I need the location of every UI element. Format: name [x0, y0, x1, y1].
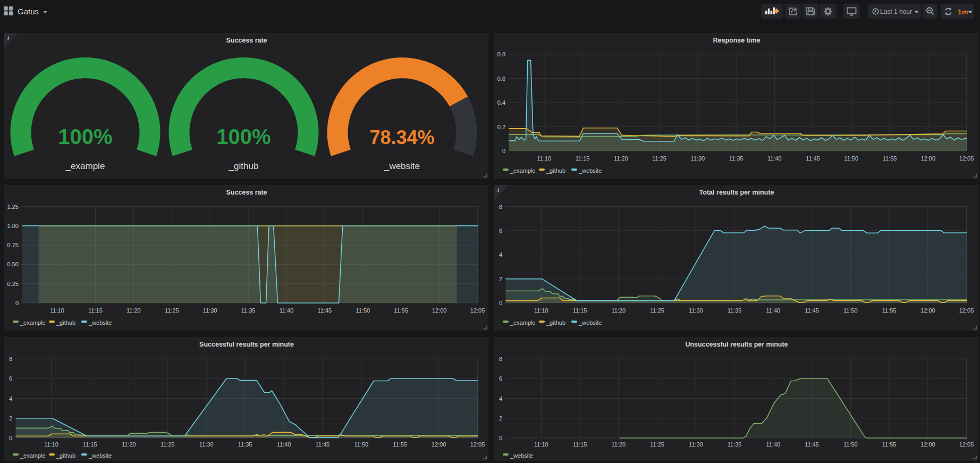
svg-text:4: 4	[9, 395, 12, 402]
svg-text:100%: 100%	[58, 125, 112, 148]
svg-text:_website: _website	[578, 319, 602, 326]
svg-text:11:25: 11:25	[650, 441, 664, 448]
svg-text:_website: _website	[510, 452, 533, 459]
svg-text:4: 4	[499, 395, 502, 402]
svg-text:_example: _example	[510, 167, 536, 174]
svg-text:12:05: 12:05	[959, 441, 974, 448]
svg-text:11:25: 11:25	[160, 441, 175, 448]
svg-text:11:40: 11:40	[277, 441, 291, 448]
svg-text:12:05: 12:05	[470, 307, 485, 314]
svg-text:11:20: 11:20	[612, 307, 626, 314]
svg-text:11:20: 11:20	[612, 441, 626, 448]
svg-text:0.25: 0.25	[7, 281, 19, 287]
svg-text:Success rate: Success rate	[226, 37, 267, 44]
svg-text:0.6: 0.6	[497, 75, 505, 82]
svg-text:6: 6	[499, 228, 502, 234]
svg-text:_website: _website	[88, 319, 112, 326]
svg-text:Total results per minute: Total results per minute	[699, 189, 774, 196]
svg-text:11:45: 11:45	[806, 155, 820, 162]
svg-text:Success rate: Success rate	[226, 189, 267, 196]
svg-text:11:40: 11:40	[280, 307, 294, 314]
svg-text:_github: _github	[229, 161, 259, 171]
svg-text:11:50: 11:50	[843, 441, 858, 448]
svg-text:11:55: 11:55	[883, 155, 897, 162]
svg-text:11:40: 11:40	[766, 441, 780, 448]
svg-text:11:40: 11:40	[766, 307, 780, 314]
svg-text:6: 6	[499, 375, 502, 382]
svg-text:Successful results per minute: Successful results per minute	[199, 341, 294, 348]
svg-text:11:35: 11:35	[729, 155, 744, 162]
svg-text:_website: _website	[88, 452, 112, 459]
svg-text:8: 8	[499, 204, 502, 210]
svg-text:_example: _example	[20, 452, 46, 459]
svg-text:11:45: 11:45	[805, 441, 819, 448]
svg-text:11:30: 11:30	[691, 155, 705, 162]
svg-text:11:50: 11:50	[354, 441, 368, 448]
svg-text:11:45: 11:45	[805, 307, 819, 314]
svg-text:11:30: 11:30	[689, 441, 703, 448]
svg-text:11:10: 11:10	[50, 307, 64, 314]
svg-text:11:35: 11:35	[241, 307, 256, 314]
svg-text:11:15: 11:15	[576, 155, 590, 162]
svg-text:11:30: 11:30	[199, 441, 214, 448]
svg-text:11:20: 11:20	[122, 441, 136, 448]
svg-text:_example: _example	[510, 319, 536, 326]
svg-text:_github: _github	[56, 319, 75, 326]
svg-text:12:00: 12:00	[920, 441, 935, 448]
svg-text:11:15: 11:15	[573, 307, 587, 314]
svg-text:11:10: 11:10	[534, 441, 548, 448]
svg-text:2: 2	[499, 276, 502, 282]
svg-text:12:00: 12:00	[920, 307, 935, 314]
svg-text:6: 6	[9, 375, 12, 382]
svg-text:0.8: 0.8	[497, 51, 505, 57]
svg-text:11:55: 11:55	[882, 441, 897, 448]
svg-text:0.4: 0.4	[497, 99, 505, 106]
svg-text:0.50: 0.50	[7, 261, 19, 267]
svg-text:_github: _github	[56, 452, 75, 459]
svg-text:1.25: 1.25	[7, 204, 19, 210]
svg-text:11:25: 11:25	[165, 307, 179, 314]
svg-text:11:15: 11:15	[88, 307, 103, 314]
svg-text:_github: _github	[546, 319, 565, 326]
svg-text:11:15: 11:15	[83, 441, 97, 448]
svg-text:_example: _example	[20, 319, 46, 326]
svg-text:11:55: 11:55	[394, 307, 408, 314]
svg-text:100%: 100%	[216, 125, 271, 148]
svg-text:_example: _example	[65, 161, 105, 171]
svg-text:8: 8	[9, 356, 12, 362]
svg-text:11:55: 11:55	[882, 307, 897, 314]
svg-text:78.34%: 78.34%	[369, 127, 434, 148]
svg-text:_github: _github	[546, 167, 565, 174]
svg-text:11:10: 11:10	[537, 155, 552, 162]
svg-text:11:15: 11:15	[573, 441, 587, 448]
svg-text:12:05: 12:05	[470, 441, 485, 448]
svg-text:11:50: 11:50	[356, 307, 370, 314]
svg-text:0.75: 0.75	[7, 242, 19, 248]
svg-text:12:00: 12:00	[432, 441, 446, 448]
svg-text:0: 0	[499, 435, 502, 441]
svg-text:11:55: 11:55	[393, 441, 407, 448]
svg-text:11:45: 11:45	[318, 307, 332, 314]
svg-text:11:35: 11:35	[728, 441, 742, 448]
svg-text:11:10: 11:10	[44, 441, 58, 448]
svg-text:12:00: 12:00	[921, 155, 936, 162]
svg-text:4: 4	[499, 251, 502, 258]
svg-text:0: 0	[15, 300, 19, 306]
svg-text:2: 2	[499, 415, 502, 422]
svg-text:Unsuccessful results per minut: Unsuccessful results per minute	[685, 341, 788, 348]
svg-text:0: 0	[9, 435, 12, 441]
svg-text:11:35: 11:35	[728, 307, 742, 314]
svg-text:0: 0	[502, 148, 505, 154]
svg-text:0.2: 0.2	[497, 124, 505, 130]
svg-text:12:05: 12:05	[959, 307, 974, 314]
svg-text:12:05: 12:05	[959, 155, 974, 162]
svg-text:11:30: 11:30	[689, 307, 703, 314]
svg-text:_website: _website	[384, 161, 420, 171]
svg-text:11:35: 11:35	[238, 441, 252, 448]
svg-text:11:50: 11:50	[843, 307, 858, 314]
svg-text:11:25: 11:25	[652, 155, 666, 162]
svg-text:11:10: 11:10	[534, 307, 548, 314]
svg-text:1.00: 1.00	[7, 223, 19, 229]
svg-text:11:45: 11:45	[316, 441, 330, 448]
svg-text:12:00: 12:00	[432, 307, 447, 314]
